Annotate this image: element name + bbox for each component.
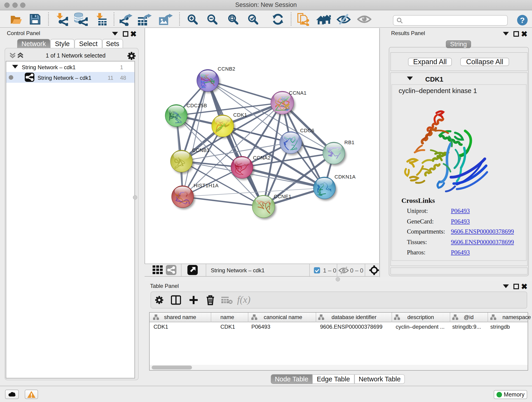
- svg-text:CDK1: CDK1: [233, 112, 247, 118]
- svg-text:HIST1H1A: HIST1H1A: [194, 183, 219, 188]
- svg-text:CDC25B: CDC25B: [186, 103, 207, 108]
- svg-text:CDC6: CDC6: [300, 128, 314, 133]
- svg-text:CDKN1A: CDKN1A: [335, 174, 355, 180]
- svg-text:CCNA1: CCNA1: [289, 90, 307, 96]
- svg-text:CCNB2: CCNB2: [218, 66, 235, 72]
- svg-text:CCNA2: CCNA2: [253, 155, 271, 161]
- svg-text:RB1: RB1: [344, 140, 355, 145]
- svg-text:CCNE1: CCNE1: [274, 194, 291, 199]
- svg-text:CCNB1: CCNB1: [192, 147, 210, 153]
